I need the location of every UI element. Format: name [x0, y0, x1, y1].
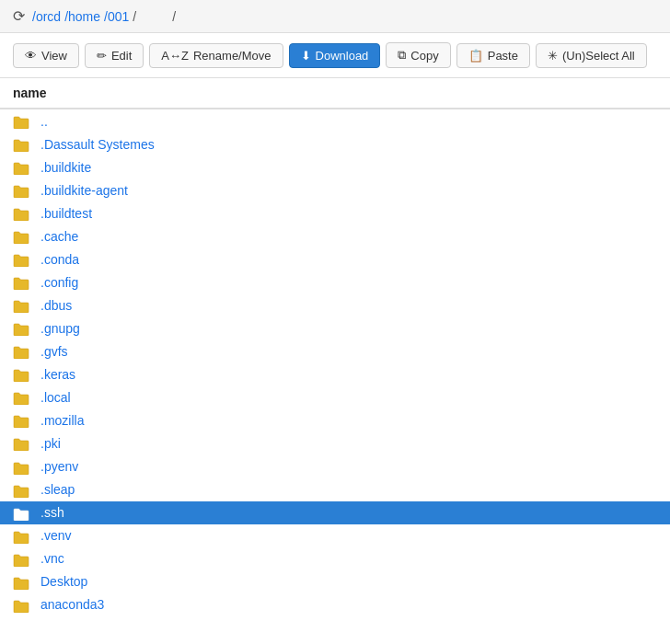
folder-icon — [13, 159, 35, 175]
file-link[interactable]: .Dassault Systemes — [40, 137, 155, 152]
table-row[interactable]: .local — [0, 385, 670, 408]
breadcrumb-001[interactable]: /001 — [104, 9, 129, 24]
file-link[interactable]: .gnupg — [40, 321, 80, 336]
view-label: View — [41, 49, 67, 63]
edit-label: Edit — [111, 49, 132, 63]
rename-icon: A↔Z — [161, 49, 189, 63]
folder-icon — [13, 551, 35, 567]
folder-icon — [13, 435, 35, 451]
table-row[interactable]: .buildtest — [0, 201, 670, 224]
file-link[interactable]: .venv — [40, 528, 71, 543]
file-link[interactable]: .dbus — [40, 298, 72, 313]
folder-icon — [13, 113, 35, 129]
table-row[interactable]: .keras — [0, 362, 670, 385]
folder-icon — [13, 482, 35, 498]
file-link[interactable]: .buildkite-agent — [40, 183, 128, 198]
table-row[interactable]: .vnc — [0, 547, 670, 570]
download-icon: ⬇ — [301, 49, 311, 63]
breadcrumb-orcd[interactable]: /orcd — [32, 9, 61, 24]
folder-icon — [13, 528, 35, 544]
table-row[interactable]: .mozilla — [0, 408, 670, 431]
rename-move-button[interactable]: A↔Z Rename/Move — [149, 43, 283, 68]
table-row[interactable]: anaconda3 — [0, 593, 670, 616]
table-row[interactable]: .buildkite-agent — [0, 178, 670, 201]
download-label: Download — [316, 49, 369, 63]
table-row[interactable]: .ssh — [0, 501, 670, 524]
file-link[interactable]: anaconda3 — [40, 597, 104, 612]
name-column-header: name — [0, 78, 670, 109]
folder-icon — [13, 136, 35, 152]
folder-icon — [13, 320, 35, 336]
folder-icon — [13, 597, 35, 613]
file-link[interactable]: Desktop — [40, 574, 87, 589]
table-row[interactable]: .cache — [0, 224, 670, 247]
download-button[interactable]: ⬇ Download — [289, 43, 381, 68]
copy-icon: ⧉ — [398, 48, 406, 63]
table-row[interactable]: .dbus — [0, 293, 670, 316]
edit-icon: ✏ — [97, 49, 107, 63]
unselect-all-button[interactable]: ✳ (Un)Select All — [536, 43, 647, 68]
file-link[interactable]: .vnc — [40, 551, 64, 566]
asterisk-icon: ✳ — [548, 49, 558, 63]
file-link[interactable]: .config — [40, 275, 78, 290]
folder-icon — [13, 343, 35, 359]
table-row[interactable]: .Dassault Systemes — [0, 132, 670, 155]
table-row[interactable]: .gvfs — [0, 339, 670, 362]
paste-label: Paste — [488, 49, 518, 63]
folder-icon — [13, 182, 35, 198]
breadcrumb-sep: / — [133, 9, 136, 24]
folder-icon — [13, 412, 35, 428]
table-row[interactable]: .sleap — [0, 478, 670, 501]
toolbar: 👁 View ✏ Edit A↔Z Rename/Move ⬇ Download… — [0, 33, 670, 78]
edit-button[interactable]: ✏ Edit — [85, 43, 144, 68]
file-link[interactable]: .keras — [40, 367, 75, 382]
table-row[interactable]: .gnupg — [0, 316, 670, 339]
file-link[interactable]: .local — [40, 390, 71, 405]
breadcrumb-slash: / — [172, 9, 176, 24]
paste-button[interactable]: 📋 Paste — [456, 43, 530, 68]
view-button[interactable]: 👁 View — [13, 43, 79, 68]
file-link[interactable]: .gvfs — [40, 344, 68, 359]
folder-icon — [13, 366, 35, 382]
table-row[interactable]: Desktop — [0, 570, 670, 593]
folder-icon — [13, 251, 35, 267]
copy-button[interactable]: ⧉ Copy — [386, 42, 450, 68]
file-link[interactable]: .pyenv — [40, 459, 78, 474]
file-link[interactable]: .buildtest — [40, 206, 92, 221]
rename-move-label: Rename/Move — [193, 49, 271, 63]
folder-icon — [13, 297, 35, 313]
file-link[interactable]: .sleap — [40, 482, 75, 497]
folder-icon — [13, 274, 35, 290]
table-row[interactable]: .pyenv — [0, 454, 670, 477]
table-row[interactable]: .buildkite — [0, 155, 670, 178]
unselect-all-label: (Un)Select All — [562, 49, 635, 63]
table-row[interactable]: .config — [0, 270, 670, 293]
file-link[interactable]: .cache — [40, 229, 78, 244]
table-row[interactable]: .pki — [0, 431, 670, 454]
file-link[interactable]: .ssh — [40, 505, 64, 520]
copy-label: Copy — [410, 49, 438, 63]
folder-icon — [13, 228, 35, 244]
orcd-icon: ⟳ — [13, 7, 25, 25]
file-link[interactable]: .pki — [40, 436, 61, 451]
folder-icon — [13, 505, 35, 521]
folder-icon — [13, 205, 35, 221]
table-row[interactable]: .venv — [0, 524, 670, 547]
folder-icon — [13, 389, 35, 405]
breadcrumb-bar: ⟳ /orcd /home /001 / / — [0, 0, 670, 33]
file-link[interactable]: .mozilla — [40, 413, 84, 428]
folder-icon — [13, 458, 35, 474]
table-row[interactable]: .. — [0, 109, 670, 132]
folder-icon — [13, 574, 35, 590]
paste-icon: 📋 — [468, 49, 483, 63]
breadcrumb-home[interactable]: /home — [64, 9, 100, 24]
file-link[interactable]: .conda — [40, 252, 79, 267]
eye-icon: 👁 — [25, 49, 37, 63]
table-row[interactable]: .conda — [0, 247, 670, 270]
file-link[interactable]: .buildkite — [40, 160, 91, 175]
file-link[interactable]: .. — [40, 114, 48, 129]
file-table: name ...Dassault Systemes.buildkite.buil… — [0, 78, 670, 616]
